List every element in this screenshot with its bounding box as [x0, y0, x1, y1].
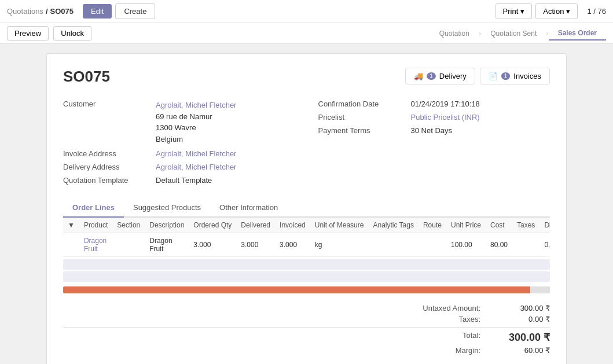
row-drag	[63, 233, 79, 257]
progress-bar-container	[63, 286, 550, 293]
info-left: Customer Agrolait, Michel Fletcher 69 ru…	[63, 97, 295, 187]
invoice-address-label: Invoice Address	[63, 149, 156, 158]
edit-button[interactable]: Edit	[83, 4, 112, 19]
main-content: SO075 🚚 1 Delivery 📄 1 Invoices Custome	[0, 44, 613, 364]
breadcrumb-parent[interactable]: Quotations	[7, 7, 43, 16]
print-chevron-icon: ▾	[520, 7, 524, 16]
invoice-address-row: Invoice Address Agrolait, Michel Fletche…	[63, 147, 295, 160]
create-button[interactable]: Create	[115, 3, 155, 19]
row-section	[112, 233, 145, 257]
invoices-button[interactable]: 📄 1 Invoices	[480, 68, 550, 84]
quotation-template-row: Quotation Template Default Template	[63, 174, 295, 187]
customer-addr1: 69 rue de Namur	[156, 111, 236, 123]
row-description: Dragon Fruit	[145, 233, 189, 257]
progress-bar	[63, 286, 530, 293]
add-line-bar-1[interactable]	[63, 259, 550, 270]
delivery-address-label: Delivery Address	[63, 163, 156, 171]
customer-value: Agrolait, Michel Fletcher 69 rue de Namu…	[156, 100, 236, 145]
row-unit-price: 100.00	[446, 233, 486, 257]
so-header: SO075 🚚 1 Delivery 📄 1 Invoices	[63, 68, 550, 86]
delivery-address-value[interactable]: Agrolait, Michel Fletcher	[156, 163, 236, 171]
grand-total-row: Total: 300.00 ₹	[399, 330, 550, 345]
col-analytic-tags: Analytic Tags	[368, 218, 418, 233]
second-bar: Preview Unlock Quotation › Quotation Sen…	[0, 23, 613, 44]
margin-row: Margin: 60.00 ₹	[399, 345, 550, 356]
breadcrumb: Quotations / SO075	[7, 7, 74, 16]
delivery-address-row: Delivery Address Agrolait, Michel Fletch…	[63, 160, 295, 174]
print-button[interactable]: Print ▾	[495, 3, 533, 19]
pricelist-value[interactable]: Public Pricelist (INR)	[411, 113, 480, 122]
total-label: Total:	[399, 331, 480, 344]
delivery-badge: 1	[427, 72, 436, 80]
margin-value: 60.00 ₹	[504, 346, 550, 355]
status-bar: Quotation › Quotation Sent › Sales Order	[430, 27, 606, 41]
top-bar: Quotations / SO075 Edit Create Print ▾ A…	[0, 0, 613, 23]
col-description: Description	[145, 218, 189, 233]
so-action-buttons: 🚚 1 Delivery 📄 1 Invoices	[405, 68, 550, 84]
row-delivered: 3.000	[236, 233, 275, 257]
untaxed-label: Untaxed Amount:	[399, 304, 480, 312]
order-lines-section: ▼ Product Section Description Ordered Qt…	[63, 218, 550, 257]
col-delivered: Delivered	[236, 218, 275, 233]
col-sort: ▼	[63, 218, 79, 233]
info-right: Confirmation Date 01/24/2019 17:10:18 Pr…	[318, 97, 550, 187]
sort-arrow-icon: ▼	[68, 221, 75, 229]
status-sales-order[interactable]: Sales Order	[549, 27, 606, 41]
delivery-label: Delivery	[439, 72, 467, 80]
payment-terms-value: 30 Net Days	[411, 126, 453, 135]
col-product: Product	[79, 218, 112, 233]
action-chevron-icon: ▾	[566, 7, 570, 16]
preview-button[interactable]: Preview	[7, 26, 49, 41]
tabs: Order Lines Suggested Products Other Inf…	[63, 198, 550, 218]
order-lines-table: ▼ Product Section Description Ordered Qt…	[63, 218, 550, 257]
order-title: SO075	[63, 68, 110, 86]
status-quotation-sent[interactable]: Quotation Sent	[481, 27, 546, 40]
row-product[interactable]: Dragon Fruit	[79, 233, 112, 257]
confirmation-date-value: 01/24/2019 17:10:18	[411, 100, 480, 108]
table-body: Dragon Fruit Dragon Fruit 3.000 3.000 3.…	[63, 233, 550, 257]
action-button[interactable]: Action ▾	[535, 3, 578, 19]
invoice-address-value[interactable]: Agrolait, Michel Fletcher	[156, 149, 236, 158]
customer-addr2: 1300 Wavre	[156, 122, 236, 134]
taxes-label: Taxes:	[399, 315, 480, 323]
col-discount: Discount (%)	[539, 218, 550, 233]
row-ordered-qty: 3.000	[189, 233, 236, 257]
invoices-label: Invoices	[513, 72, 541, 80]
tab-suggested-products[interactable]: Suggested Products	[124, 198, 210, 218]
breadcrumb-separator: /	[46, 7, 48, 16]
table-header: ▼ Product Section Description Ordered Qt…	[63, 218, 550, 233]
total-value: 300.00 ₹	[504, 331, 550, 344]
customer-row: Customer Agrolait, Michel Fletcher 69 ru…	[63, 97, 295, 147]
breadcrumb-current: SO075	[50, 7, 74, 16]
tab-order-lines[interactable]: Order Lines	[63, 198, 124, 218]
quotation-template-value[interactable]: Default Template	[156, 176, 212, 185]
status-quotation[interactable]: Quotation	[430, 27, 479, 40]
confirmation-date-label: Confirmation Date	[318, 100, 411, 108]
invoices-badge: 1	[501, 72, 511, 80]
table-row[interactable]: Dragon Fruit Dragon Fruit 3.000 3.000 3.…	[63, 233, 550, 257]
info-grid: Customer Agrolait, Michel Fletcher 69 ru…	[63, 97, 550, 187]
margin-label: Margin:	[399, 346, 480, 355]
row-cost: 80.00	[486, 233, 512, 257]
add-line-bars	[63, 259, 550, 282]
totals-divider	[63, 327, 550, 328]
untaxed-value: 300.00 ₹	[504, 304, 550, 312]
delivery-button[interactable]: 🚚 1 Delivery	[405, 68, 475, 84]
row-invoiced: 3.000	[275, 233, 310, 257]
untaxed-amount-row: Untaxed Amount: 300.00 ₹	[399, 303, 550, 314]
tab-other-information[interactable]: Other Information	[210, 198, 287, 218]
order-card: SO075 🚚 1 Delivery 📄 1 Invoices Custome	[46, 53, 567, 364]
pricelist-row: Pricelist Public Pricelist (INR)	[318, 111, 550, 124]
delivery-truck-icon: 🚚	[414, 72, 423, 80]
payment-terms-label: Payment Terms	[318, 126, 411, 135]
col-unit-price: Unit Price	[446, 218, 486, 233]
customer-name[interactable]: Agrolait, Michel Fletcher	[156, 100, 236, 111]
unlock-button[interactable]: Unlock	[53, 26, 91, 41]
add-line-bar-2[interactable]	[63, 271, 550, 282]
col-route: Route	[419, 218, 446, 233]
taxes-value: 0.00 ₹	[504, 315, 550, 323]
row-analytic-tags	[368, 233, 418, 257]
invoice-icon: 📄	[489, 72, 498, 80]
print-label: Print	[503, 7, 519, 16]
page-navigation: 1 / 76	[587, 7, 606, 16]
